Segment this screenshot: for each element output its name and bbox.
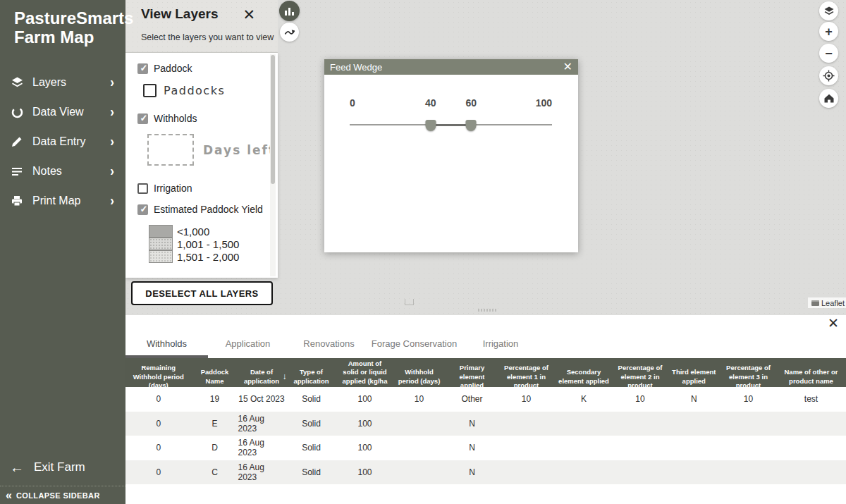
column-header[interactable]: Remaining Withhold period (days) [125,358,192,395]
estimated-paddock-yield-checkbox[interactable] [137,204,148,215]
sidebar-item-notes[interactable]: Notes › [0,156,125,186]
sidebar-item-label: Data View [32,106,110,118]
table-cell [721,412,776,436]
sidebar-item-label: Print Map [32,195,110,207]
sidebar-nav: Layers › Data View › Data Entry › [0,68,125,216]
table-row[interactable]: 0C16 Aug 2023Solid100N [125,460,846,485]
chevron-right-icon: › [110,104,114,121]
layer-option-withholds[interactable]: Withholds [137,113,278,124]
column-header[interactable]: Percentage of element 1 in product [498,358,555,395]
sidebar-item-data-view[interactable]: Data View › [0,97,125,127]
bar-chart-button[interactable] [279,1,300,21]
chevron-right-icon: › [110,133,114,150]
view-layers-header: View Layers ✕ Select the layers you want… [125,0,278,53]
table-row[interactable]: 0E16 Aug 2023Solid100N [125,412,846,436]
table-header-row: Remaining Withhold period (days)Paddock … [125,358,846,387]
layer-option-paddocks[interactable]: Paddocks [143,84,278,97]
column-header[interactable]: Percentage of element 3 in product [721,358,776,395]
table-cell: Solid [286,412,338,436]
exit-farm-label: Exit Farm [34,460,85,474]
close-icon[interactable]: ✕ [828,316,839,330]
exit-farm-button[interactable]: ← Exit Farm [0,457,125,478]
table-cell [776,436,846,460]
column-header[interactable]: Paddock Name [192,358,238,395]
table-cell [721,460,776,485]
withholds-label: Withholds [154,113,197,124]
layer-option-irrigation[interactable]: Irrigation [137,183,278,194]
tab-withholds[interactable]: Withholds [125,332,208,358]
table-cell [555,436,613,460]
column-header[interactable]: Percentage of element 2 in product [613,358,668,395]
map-attribution: Leaflet [808,297,846,308]
column-header[interactable]: Withhold period (days) [393,358,446,395]
pencil-icon [10,135,24,149]
collapse-sidebar-button[interactable]: « COLLAPSE SIDEBAR [0,486,125,504]
bottom-panel-drag-handle[interactable] [478,309,498,312]
sidebar-item-layers[interactable]: Layers › [0,68,125,97]
slider-handle-upper[interactable] [466,120,477,131]
table-cell: 16 Aug 2023 [238,412,286,436]
locate-button[interactable] [819,66,838,85]
tab-forage-conservation[interactable]: Forage Conservation [370,332,458,358]
table-row[interactable]: 0D16 Aug 2023Solid100N [125,436,846,460]
column-header[interactable]: Third element applied [668,358,721,395]
minus-icon: − [825,47,833,60]
zoom-out-button[interactable]: − [819,44,838,63]
table-cell: Solid [286,460,338,485]
tab-irrigation[interactable]: Irrigation [458,332,543,358]
yield-swatch-3 [149,250,173,263]
map-layers-button[interactable] [819,1,838,20]
feed-wedge-title: Feed Wedge [330,62,563,73]
home-button[interactable] [819,89,838,108]
column-header[interactable]: Secondary element applied [555,358,613,395]
paddocks-checkbox[interactable] [143,84,157,97]
table-body: 01915 Oct 2023Solid10010Other10K10N10tes… [125,387,846,484]
table-cell [721,436,776,460]
slider-handle-lower[interactable] [425,120,436,131]
table-cell: 0 [125,460,192,485]
column-header[interactable]: Name of other or product name [776,358,846,395]
withholds-checkbox[interactable] [137,113,148,124]
table-cell [613,460,668,485]
table-cell [555,412,613,436]
zoom-in-button[interactable]: + [819,22,838,41]
panel-scrollbar[interactable] [270,54,276,276]
table-cell: 16 Aug 2023 [238,436,286,460]
feed-wedge-slider: 0 40 60 100 [350,92,552,134]
withholds-legend: Days left [147,134,278,166]
legend-label: 1,001 - 1,500 [177,238,239,250]
legend-item: 1,501 - 2,000 [149,250,278,263]
app-title: PastureSmarts Farm Map [0,0,125,47]
feed-wedge-dialog: Feed Wedge ✕ 0 40 60 100 [324,59,578,252]
estimated-paddock-yield-label: Estimated Paddock Yield [154,204,263,215]
paddock-label: Paddock [154,63,192,74]
table-cell [613,412,668,436]
close-icon[interactable]: ✕ [563,61,572,73]
column-header[interactable]: Primary element applied [446,358,498,395]
sidebar-item-data-entry[interactable]: Data Entry › [0,127,125,156]
table-cell [498,412,555,436]
table-cell [393,460,446,485]
column-header[interactable]: Date of application↓ [238,358,286,395]
sidebar: PastureSmarts Farm Map Layers › Data Vie… [0,0,125,504]
irrigation-checkbox[interactable] [137,183,148,194]
layer-option-paddock[interactable]: Paddock [137,63,278,74]
bottom-panel: ✕ Withholds Application Renovations Fora… [125,315,846,504]
close-icon[interactable]: ✕ [243,7,255,22]
scrollbar-thumb[interactable] [271,55,275,184]
attribution-text[interactable]: Leaflet [821,299,845,307]
deselect-all-layers-button[interactable]: DESELECT ALL LAYERS [131,281,273,305]
layer-option-estimated-paddock-yield[interactable]: Estimated Paddock Yield [137,204,278,215]
column-header[interactable]: Type of application [286,358,338,395]
trend-chart-button[interactable] [280,23,299,42]
sidebar-item-print-map[interactable]: Print Map › [0,186,125,216]
feed-wedge-header[interactable]: Feed Wedge ✕ [324,59,578,75]
column-header[interactable]: Amount of solid or liquid applied (kg/ha… [338,358,393,395]
chevron-right-icon: › [110,163,114,180]
tab-renovations[interactable]: Renovations [288,332,370,358]
withhold-swatch [147,134,194,166]
table-cell [613,436,668,460]
table-cell: N [446,412,498,436]
paddock-checkbox[interactable] [137,63,148,74]
tab-application[interactable]: Application [208,332,288,358]
